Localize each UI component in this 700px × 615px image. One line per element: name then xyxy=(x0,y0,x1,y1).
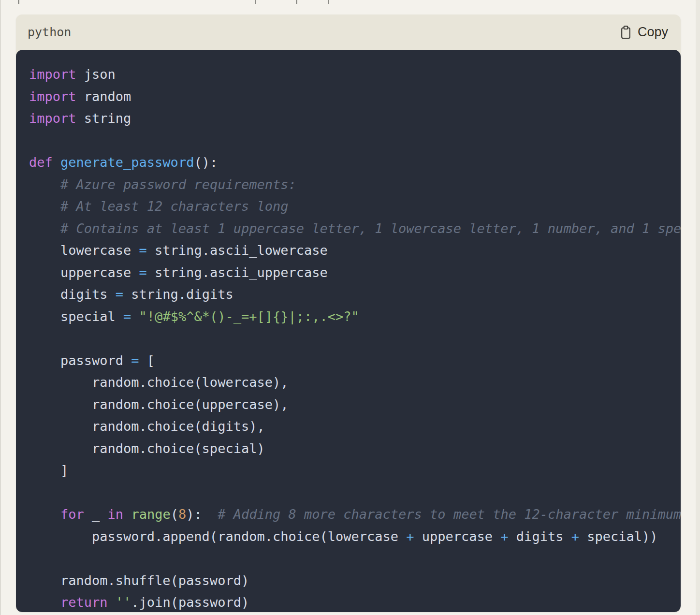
code-token: = xyxy=(123,309,131,324)
code-block-card: python Copy import jsonimport randomimpo… xyxy=(16,15,681,612)
code-token: # At least 12 characters long xyxy=(60,199,288,214)
code-line: random.choice(digits), xyxy=(29,415,681,438)
code-token: [ xyxy=(139,353,155,368)
code-token: string.ascii_lowercase xyxy=(147,243,328,258)
code-line xyxy=(29,547,681,570)
clipped-text-remnant xyxy=(328,0,329,4)
code-token: ( xyxy=(171,507,178,522)
clipped-text-remnant xyxy=(18,0,19,4)
code-token: digits xyxy=(509,529,571,544)
code-token xyxy=(53,155,60,170)
code-token: = xyxy=(139,243,147,258)
code-token: # Adding 8 more characters to meet the 1… xyxy=(218,507,681,522)
code-line: random.choice(lowercase), xyxy=(29,371,681,394)
code-line: # Azure password requirements: xyxy=(29,174,681,196)
code-token xyxy=(29,595,60,610)
page-left-edge xyxy=(0,0,1,615)
code-token: = xyxy=(116,287,123,302)
code-token xyxy=(131,309,139,324)
code-token xyxy=(108,595,116,610)
code-token: "!@#$%^&*()-_=+[]{}|;:,.<>?" xyxy=(139,309,359,324)
code-line: random.shuffle(password) xyxy=(29,570,681,592)
code-token: = xyxy=(131,353,139,368)
code-token: import xyxy=(29,67,76,82)
code-token: digits xyxy=(29,287,116,302)
code-token: import xyxy=(29,111,76,126)
code-line: password.append(random.choice(lowercase … xyxy=(29,526,681,548)
copy-button-label: Copy xyxy=(638,25,668,40)
code-token: password xyxy=(29,353,131,368)
code-line: random.choice(uppercase), xyxy=(29,394,681,416)
code-token: return xyxy=(60,595,108,610)
code-token: ): xyxy=(186,507,218,522)
code-line: import json xyxy=(29,63,681,86)
code-token: string.ascii_uppercase xyxy=(147,265,328,280)
code-token: uppercase xyxy=(29,265,139,280)
code-token: def xyxy=(29,155,53,170)
code-token: = xyxy=(139,265,147,280)
code-line xyxy=(29,130,681,152)
code-line: ] xyxy=(29,459,681,482)
code-line: # Contains at least 1 uppercase letter, … xyxy=(29,218,681,240)
code-token: special xyxy=(29,309,123,324)
code-token xyxy=(123,507,131,522)
code-line: return ''.join(password) xyxy=(29,591,681,612)
code-token: + xyxy=(571,529,579,544)
code-token: + xyxy=(500,529,508,544)
code-token: _ xyxy=(84,507,108,522)
code-token: special)) xyxy=(579,529,658,544)
code-line: random.choice(special) xyxy=(29,438,681,460)
code-line: special = "!@#$%^&*()-_=+[]{}|;:,.<>?" xyxy=(29,306,681,328)
code-line: digits = string.digits xyxy=(29,283,681,306)
clipped-text-remnant xyxy=(296,0,297,4)
code-block[interactable]: import jsonimport randomimport stringdef… xyxy=(16,50,681,612)
code-token: # Azure password requirements: xyxy=(60,177,296,192)
code-token: random.shuffle(password) xyxy=(29,573,249,588)
code-token xyxy=(29,221,60,236)
code-token: import xyxy=(29,89,76,104)
code-token: string.digits xyxy=(123,287,233,302)
code-token xyxy=(29,177,60,192)
clipboard-icon xyxy=(619,25,632,40)
code-token: random.choice(uppercase), xyxy=(29,397,288,412)
code-token: for xyxy=(60,507,84,522)
clipped-text-remnant xyxy=(255,0,256,4)
code-token: ] xyxy=(29,463,68,478)
page-right-edge xyxy=(696,0,700,615)
code-token: '' xyxy=(116,595,131,610)
code-line: password = [ xyxy=(29,350,681,372)
code-token: 8 xyxy=(178,507,186,522)
code-token: password.append(random.choice(lowercase xyxy=(29,529,406,544)
language-label: python xyxy=(28,25,71,39)
code-token: + xyxy=(406,529,414,544)
code-token xyxy=(29,199,60,214)
code-token: json xyxy=(76,67,116,82)
code-line xyxy=(29,482,681,504)
code-token: random xyxy=(76,89,131,104)
code-token xyxy=(29,507,60,522)
code-line xyxy=(29,327,681,350)
code-token: (): xyxy=(194,155,218,170)
copy-button[interactable]: Copy xyxy=(619,25,668,40)
code-token: uppercase xyxy=(414,529,501,544)
code-token: .join(password) xyxy=(131,595,249,610)
code-block-header: python Copy xyxy=(16,15,681,50)
code-line: def generate_password(): xyxy=(29,151,681,174)
code-token: random.choice(lowercase), xyxy=(29,375,288,390)
code-line: lowercase = string.ascii_lowercase xyxy=(29,239,681,262)
code-token: string xyxy=(76,111,131,126)
code-line: # At least 12 characters long xyxy=(29,195,681,218)
code-token: generate_password xyxy=(60,155,194,170)
code-token: lowercase xyxy=(29,243,139,258)
code-token: random.choice(digits), xyxy=(29,419,265,434)
code-line: import string xyxy=(29,107,681,130)
code-token: random.choice(special) xyxy=(29,441,265,456)
code-token: in xyxy=(108,507,124,522)
code-line: import random xyxy=(29,86,681,108)
code-line: uppercase = string.ascii_uppercase xyxy=(29,262,681,284)
code-token: range xyxy=(131,507,170,522)
code-line: for _ in range(8): # Adding 8 more chara… xyxy=(29,503,681,526)
code-token: # Contains at least 1 uppercase letter, … xyxy=(60,221,681,236)
